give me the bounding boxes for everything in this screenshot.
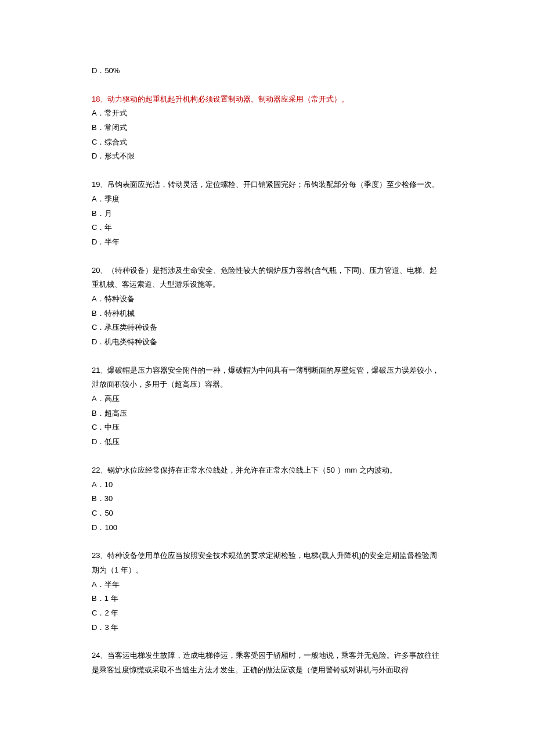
option-b: B．超高压 xyxy=(92,406,442,421)
question-text: 21、爆破帽是压力容器安全附件的一种，爆破帽为中间具有一薄弱断面的厚壁短管，爆破… xyxy=(92,363,442,392)
option-a: A．特种设备 xyxy=(92,292,442,307)
option-b: B．特种机械 xyxy=(92,307,442,321)
document-page: D．50% 18、动力驱动的起重机起升机构必须设置制动器。制动器应采用（常开式）… xyxy=(0,0,534,738)
question-text: 22、锅炉水位应经常保持在正常水位线处，并允许在正常水位线上下（50 ）mm 之… xyxy=(92,463,442,478)
question-text: 18、动力驱动的起重机起升机构必须设置制动器。制动器应采用（常开式）。 xyxy=(92,92,442,107)
question-text: 24、当客运电梯发生故障，造成电梯停运，乘客受困于轿厢时，一般地说，乘客并无危险… xyxy=(92,649,442,677)
option-d: D．低压 xyxy=(92,435,442,449)
question-19: 19、吊钩表面应光洁，转动灵活，定位螺栓、开口销紧固完好；吊钩装配部分每（季度）… xyxy=(92,178,442,249)
question-24-partial: 24、当客运电梯发生故障，造成电梯停运，乘客受困于轿厢时，一般地说，乘客并无危险… xyxy=(92,649,442,677)
question-20: 20、（特种设备）是指涉及生命安全、危险性较大的锅炉压力容器(含气瓶，下同)、压… xyxy=(92,264,442,350)
question-21: 21、爆破帽是压力容器安全附件的一种，爆破帽为中间具有一薄弱断面的厚壁短管，爆破… xyxy=(92,363,442,449)
option-b: B．月 xyxy=(92,207,442,221)
question-text: 19、吊钩表面应光洁，转动灵活，定位螺栓、开口销紧固完好；吊钩装配部分每（季度）… xyxy=(92,178,442,192)
option-a: A．10 xyxy=(92,478,442,492)
option-a: A．高压 xyxy=(92,392,442,406)
option-c: C．2 年 xyxy=(92,606,442,621)
question-22: 22、锅炉水位应经常保持在正常水位线处，并允许在正常水位线上下（50 ）mm 之… xyxy=(92,463,442,535)
option-d: D．半年 xyxy=(92,235,442,250)
option-d: D．形式不限 xyxy=(92,149,442,164)
option-c: C．综合式 xyxy=(92,135,442,150)
option-b: B．1 年 xyxy=(92,592,442,606)
option-b: B．30 xyxy=(92,492,442,506)
option-d: D．机电类特种设备 xyxy=(92,335,442,350)
option-d: D．100 xyxy=(92,521,442,535)
option-a: A．季度 xyxy=(92,192,442,207)
option-d: D．3 年 xyxy=(92,621,442,635)
option-b: B．常闭式 xyxy=(92,121,442,135)
question-17-partial: D．50% xyxy=(92,64,442,78)
option-a: A．半年 xyxy=(92,578,442,592)
option-c: C．年 xyxy=(92,221,442,235)
question-text: 20、（特种设备）是指涉及生命安全、危险性较大的锅炉压力容器(含气瓶，下同)、压… xyxy=(92,264,442,292)
option-a: A．常开式 xyxy=(92,106,442,121)
option-c: C．50 xyxy=(92,506,442,521)
option-c: C．承压类特种设备 xyxy=(92,321,442,335)
option-c: C．中压 xyxy=(92,420,442,435)
question-23: 23、特种设备使用单位应当按照安全技术规范的要求定期检验，电梯(载人升降机)的安… xyxy=(92,549,442,635)
question-18: 18、动力驱动的起重机起升机构必须设置制动器。制动器应采用（常开式）。 A．常开… xyxy=(92,92,442,164)
option-d: D．50% xyxy=(92,64,442,78)
question-text: 23、特种设备使用单位应当按照安全技术规范的要求定期检验，电梯(载人升降机)的安… xyxy=(92,549,442,577)
